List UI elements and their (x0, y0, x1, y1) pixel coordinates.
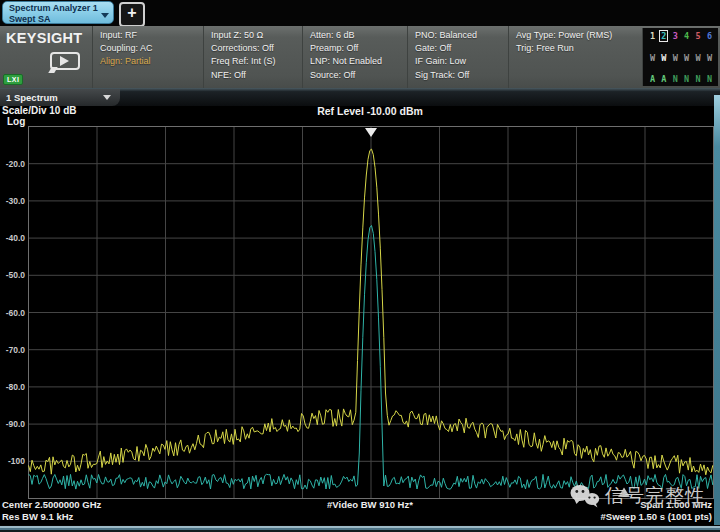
status-line: IF Gain: Low (415, 55, 508, 68)
watermark: 信号完整性 (570, 483, 705, 509)
status-line: Coupling: AC (100, 42, 203, 55)
status-line: Freq Ref: Int (S) (211, 55, 302, 68)
footer-row-2: Res BW 9.1 kHz #Sweep 1.50 s (1001 pts) (0, 511, 720, 523)
trace-type: W (673, 53, 678, 63)
trace-state: A (650, 74, 655, 84)
chevron-down-icon[interactable] (101, 13, 109, 18)
svg-text:-80.0: -80.0 (6, 382, 26, 392)
trace-column[interactable]: 3 W N (670, 31, 681, 84)
trace-status-table: 1 W A 2 W A 3 W N 4 W (642, 28, 718, 86)
svg-text:-100: -100 (8, 456, 25, 466)
trace-number: 4 (683, 31, 690, 41)
brand-block: KEYSIGHT LXI (0, 26, 92, 88)
status-panel[interactable]: Input: RF Coupling: AC Align: Partial (92, 26, 203, 88)
lxi-badge: LXI (3, 74, 23, 85)
trace-number: 1 (649, 31, 656, 41)
screen-edge-bottom (0, 525, 720, 532)
status-panel[interactable]: PNO: Balanced Gate: Off IF Gain: Low Sig… (407, 26, 508, 88)
scale-per-div-label[interactable]: Scale/Div 10 dB (2, 105, 76, 116)
trace-type: W (684, 53, 689, 63)
res-bw-label[interactable]: Res BW 9.1 kHz (2, 511, 73, 522)
app-tab-bar: Spectrum Analyzer 1 Swept SA + (0, 0, 720, 26)
trace-type: W (707, 53, 712, 63)
status-line: Atten: 6 dB (310, 29, 407, 42)
watermark-text: 信号完整性 (605, 483, 705, 509)
status-line: Source: Off (310, 69, 407, 82)
svg-text:-30.0: -30.0 (6, 196, 26, 206)
trace-number: 6 (706, 31, 713, 41)
wechat-icon (570, 484, 600, 509)
status-line: Gate: Off (415, 42, 508, 55)
add-tab-button[interactable]: + (119, 2, 145, 27)
svg-text:-20.0: -20.0 (6, 159, 26, 169)
trace-column[interactable]: 6 W N (704, 31, 715, 84)
window-title: 1 Spectrum (6, 92, 58, 103)
status-line: LNP: Not Enabled (310, 55, 407, 68)
bubble-tail (48, 67, 57, 73)
trace-type: W (696, 53, 701, 63)
status-panel[interactable]: Input Z: 50 Ω Corrections: Off Freq Ref:… (203, 26, 302, 88)
trace-type: W (650, 53, 655, 63)
trace-number: 2 (660, 31, 667, 41)
status-line: Input Z: 50 Ω (211, 29, 302, 42)
svg-text:-70.0: -70.0 (6, 345, 26, 355)
trace-state: A (661, 74, 666, 84)
svg-text:-40.0: -40.0 (6, 233, 26, 243)
status-line: NFE: Off (211, 69, 302, 82)
trace-state: N (684, 74, 689, 84)
status-panel[interactable]: Avg Type: Power (RMS) Trig: Free Run (508, 26, 640, 88)
ref-level-label[interactable]: Ref Level -10.00 dBm (250, 105, 490, 117)
status-line: Input: RF (100, 29, 203, 42)
trace-type: W (661, 53, 666, 63)
spectrum-analyzer-screen: Spectrum Analyzer 1 Swept SA + KEYSIGHT … (0, 0, 720, 532)
video-bw-label[interactable]: #Video BW 910 Hz* (250, 499, 490, 510)
spectrum-plot[interactable]: -20.0-30.0-40.0-50.0-60.0-70.0-80.0-90.0… (0, 120, 720, 506)
tab-spectrum-analyzer-1[interactable]: Spectrum Analyzer 1 Swept SA (2, 1, 114, 24)
trace-number: 5 (695, 31, 702, 41)
screen-edge-right (714, 95, 720, 525)
arrow-icon (60, 56, 69, 66)
sweep-label[interactable]: #Sweep 1.50 s (1001 pts) (601, 511, 712, 522)
trace-column[interactable]: 1 W A (647, 31, 658, 84)
trace-column[interactable]: 4 W N (681, 31, 692, 84)
svg-text:-90.0: -90.0 (6, 419, 26, 429)
status-line: Trig: Free Run (516, 42, 640, 55)
chevron-down-icon[interactable] (103, 95, 111, 100)
center-frequency-label[interactable]: Center 2.5000000 GHz (2, 499, 101, 510)
status-line: Sig Track: Off (415, 69, 508, 82)
status-line: PNO: Balanced (415, 29, 508, 42)
status-panel[interactable]: Atten: 6 dB Preamp: Off LNP: Not Enabled… (302, 26, 407, 88)
trace-state: N (696, 74, 701, 84)
window-tab-spectrum[interactable]: 1 Spectrum (0, 89, 120, 106)
trace-column[interactable]: 5 W N (693, 31, 704, 84)
window-bar: 1 Spectrum (0, 88, 720, 106)
trace-number: 3 (672, 31, 679, 41)
status-panels: Input: RF Coupling: AC Align: Partial In… (92, 26, 642, 88)
status-line: Corrections: Off (211, 42, 302, 55)
trace-column[interactable]: 2 W A (658, 31, 669, 84)
status-header: KEYSIGHT LXI Input: RF Coupling: AC (0, 26, 720, 88)
trace-state: N (673, 74, 678, 84)
tab-title-line2: Swept SA (9, 14, 107, 25)
message-bubble-icon[interactable] (50, 52, 80, 70)
trace-state: N (707, 74, 712, 84)
status-line: Align: Partial (100, 55, 203, 68)
tab-title-line1: Spectrum Analyzer 1 (9, 3, 107, 14)
status-line: Preamp: Off (310, 42, 407, 55)
svg-text:-60.0: -60.0 (6, 308, 26, 318)
status-line: Avg Type: Power (RMS) (516, 29, 640, 42)
svg-text:-50.0: -50.0 (6, 270, 26, 280)
keysight-logo: KEYSIGHT (6, 30, 92, 46)
